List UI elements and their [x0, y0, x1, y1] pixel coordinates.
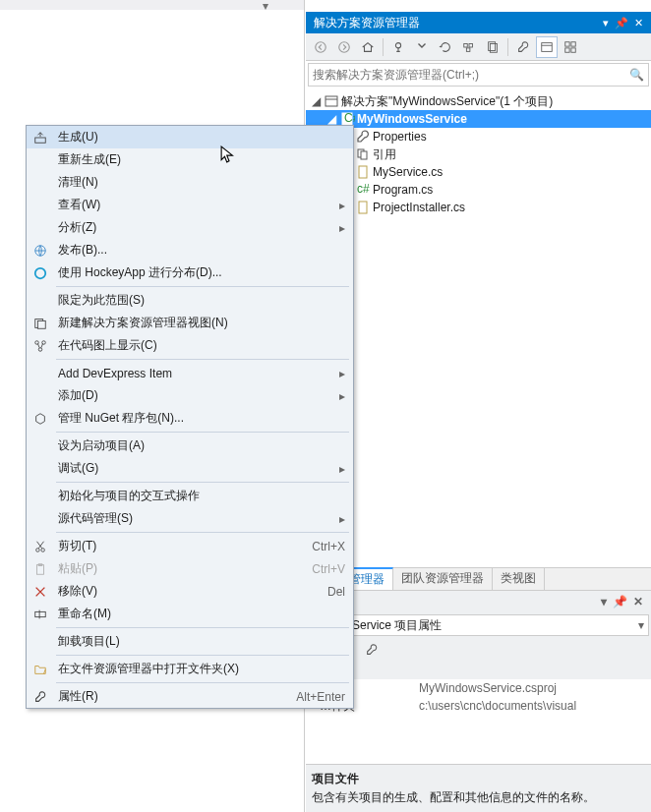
solution-toolbar: [306, 33, 651, 61]
tab-team-explorer[interactable]: 团队资源管理器: [393, 568, 493, 590]
submenu-arrow-icon: ▸: [339, 389, 345, 403]
svg-rect-28: [35, 138, 46, 143]
cut-icon: [27, 540, 54, 553]
menu-cut[interactable]: 剪切(T)Ctrl+X: [27, 535, 353, 557]
tree-expander-icon[interactable]: ◢: [310, 95, 322, 107]
menu-codemap[interactable]: 在代码图上显示(C): [27, 334, 353, 357]
svg-text:C#: C#: [344, 111, 355, 125]
wrench-icon[interactable]: [361, 639, 383, 661]
svg-rect-19: [361, 151, 367, 159]
svg-rect-8: [542, 42, 553, 51]
refresh-button[interactable]: [435, 36, 456, 58]
show-all-button[interactable]: [482, 36, 503, 58]
references-icon: [355, 146, 371, 162]
svg-rect-5: [466, 47, 470, 51]
chevron-down-icon: ▾: [638, 618, 644, 632]
build-icon: [27, 131, 54, 145]
menu-unload[interactable]: 卸载项目(L): [27, 630, 353, 653]
references-label: 引用: [373, 146, 396, 163]
pin-icon[interactable]: 📌: [613, 591, 627, 612]
svg-rect-32: [37, 320, 45, 328]
svg-rect-4: [469, 43, 473, 47]
search-input[interactable]: [313, 68, 629, 82]
pin-icon[interactable]: 📌: [615, 12, 628, 33]
submenu-arrow-icon: ▸: [339, 199, 345, 212]
wrench-icon: [355, 129, 371, 145]
menu-nuget[interactable]: 管理 NuGet 程序包(N)...: [27, 407, 353, 430]
references-node[interactable]: ▷ 引用: [306, 145, 651, 163]
preview-button[interactable]: [536, 36, 558, 58]
file-label: Program.cs: [373, 183, 433, 197]
menu-properties[interactable]: 属性(R)Alt+Enter: [27, 685, 353, 708]
cs-file-icon: [355, 200, 371, 215]
properties-label: Properties: [373, 130, 427, 144]
svg-text:c#: c#: [357, 182, 370, 196]
nuget-icon: [27, 412, 54, 426]
menu-scm[interactable]: 源代码管理(S)▸: [27, 507, 353, 530]
home-button[interactable]: [357, 36, 379, 58]
search-icon[interactable]: 🔍: [629, 68, 644, 82]
remove-icon: [27, 585, 54, 599]
svg-point-2: [395, 42, 400, 47]
svg-point-37: [41, 548, 45, 551]
menu-rebuild[interactable]: 重新生成(E): [27, 148, 353, 171]
solution-tree: ◢ 解决方案"MyWindowsService"(1 个项目) ◢ C# MyW…: [306, 88, 651, 220]
menu-analyze[interactable]: 分析(Z)▸: [27, 216, 353, 239]
menu-remove[interactable]: 移除(V)Del: [27, 580, 353, 603]
view-class-button[interactable]: [560, 36, 581, 58]
properties-button[interactable]: [512, 36, 534, 58]
submenu-arrow-icon: ▸: [339, 367, 345, 380]
svg-rect-14: [326, 96, 337, 106]
search-box[interactable]: 🔍: [308, 63, 649, 87]
forward-button[interactable]: [333, 36, 355, 58]
solution-node[interactable]: ◢ 解决方案"MyWindowsService"(1 个项目): [306, 92, 651, 110]
pending-button[interactable]: [411, 36, 433, 58]
menu-devexpress[interactable]: Add DevExpress Item▸: [27, 362, 353, 384]
menu-new-view[interactable]: 新建解决方案资源管理器视图(N): [27, 312, 353, 334]
property-category[interactable]: ⊟…件: [306, 662, 651, 679]
solution-label: 解决方案"MyWindowsService"(1 个项目): [341, 93, 553, 110]
property-row[interactable]: …件 MyWindowsService.csproj: [306, 679, 651, 697]
menu-hockeyapp[interactable]: 使用 HockeyApp 进行分布(D)...: [27, 261, 353, 284]
svg-point-36: [36, 548, 40, 551]
properties-object-combo[interactable]: …dowsService 项目属性 ▾: [308, 614, 649, 636]
file-label: MyService.cs: [373, 165, 443, 179]
menu-rename[interactable]: 重命名(M): [27, 603, 353, 625]
menu-open-folder[interactable]: 在文件资源管理器中打开文件夹(X): [27, 658, 353, 680]
menu-add[interactable]: 添加(D)▸: [27, 384, 353, 407]
svg-point-30: [35, 267, 46, 278]
file-node[interactable]: ▷ c# Program.cs: [306, 181, 651, 199]
property-row[interactable]: …件夹 c:\users\cnc\documents\visual: [306, 697, 651, 715]
menu-view[interactable]: 查看(W)▸: [27, 194, 353, 216]
collapse-button[interactable]: [458, 36, 480, 58]
menu-clean[interactable]: 清理(N): [27, 171, 353, 194]
panel-title: 解决方案资源管理器: [314, 12, 420, 33]
menu-startup[interactable]: 设为启动项目(A): [27, 435, 353, 457]
svg-rect-3: [464, 43, 468, 47]
panel-title-bar: 解决方案资源管理器 ▾ 📌 ✕: [306, 12, 651, 33]
menu-publish[interactable]: 发布(B)...: [27, 239, 353, 261]
menu-scope[interactable]: 限定为此范围(S): [27, 289, 353, 312]
properties-node[interactable]: ▷ Properties: [306, 128, 651, 145]
panel-menu-icon[interactable]: ▾: [603, 12, 609, 33]
file-node[interactable]: ▷ MyService.cs: [306, 163, 651, 181]
shortcut-label: Ctrl+X: [312, 540, 345, 553]
close-icon[interactable]: ✕: [634, 12, 643, 33]
dropdown-icon[interactable]: ▾: [263, 0, 276, 7]
svg-point-1: [339, 41, 350, 52]
shortcut-label: Ctrl+V: [312, 562, 345, 576]
menu-debug[interactable]: 调试(G)▸: [27, 457, 353, 480]
panel-menu-icon[interactable]: ▾: [601, 591, 607, 612]
close-icon[interactable]: ✕: [633, 591, 643, 612]
project-node[interactable]: ◢ C# MyWindowsService: [306, 110, 651, 128]
project-label: MyWindowsService: [357, 112, 467, 126]
menu-interactive[interactable]: 初始化与项目的交互式操作: [27, 485, 353, 507]
wrench-icon: [27, 690, 54, 704]
file-node[interactable]: ▷ ProjectInstaller.cs: [306, 199, 651, 216]
menu-build[interactable]: 生成(U): [27, 126, 353, 148]
scope-button[interactable]: [387, 36, 409, 58]
shortcut-label: Del: [327, 585, 345, 599]
tab-class-view[interactable]: 类视图: [493, 568, 545, 590]
back-button[interactable]: [310, 36, 331, 58]
tree-expander-icon[interactable]: ◢: [326, 113, 337, 125]
